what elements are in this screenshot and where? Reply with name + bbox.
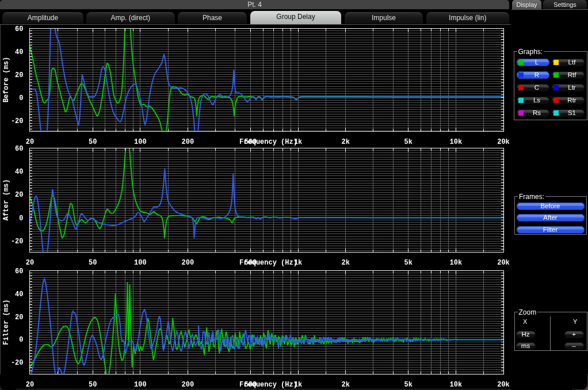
svg-text:200: 200 [181,381,194,389]
svg-text:0: 0 [19,94,23,102]
svg-text:60: 60 [15,25,23,33]
svg-text:100: 100 [134,381,147,389]
svg-text:50: 50 [89,381,97,389]
svg-text:20k: 20k [497,259,510,267]
svg-text:60: 60 [15,267,23,276]
svg-text:10k: 10k [450,259,463,267]
svg-text:2k: 2k [341,381,349,389]
svg-text:5k: 5k [404,138,413,146]
svg-text:20: 20 [26,381,34,389]
svg-text:5k: 5k [404,259,413,267]
svg-text:Frequency (Hz): Frequency (Hz) [239,381,297,389]
svg-text:100: 100 [134,259,147,267]
svg-text:20: 20 [15,313,23,322]
svg-text:10k: 10k [450,381,463,389]
svg-text:200: 200 [181,138,194,146]
svg-text:2k: 2k [341,138,349,146]
svg-text:20: 20 [26,259,34,267]
svg-text:50: 50 [89,138,97,146]
svg-text:20k: 20k [497,381,510,389]
svg-text:Frequency (Hz): Frequency (Hz) [239,138,297,146]
svg-text:20: 20 [15,191,23,199]
svg-text:Before (ms): Before (ms) [2,57,10,102]
svg-text:0: 0 [19,336,23,344]
svg-text:Frequency (Hz): Frequency (Hz) [239,259,297,267]
svg-text:200: 200 [181,259,194,267]
svg-text:20k: 20k [497,138,510,146]
svg-text:0: 0 [19,215,23,223]
svg-text:40: 40 [15,168,23,176]
svg-text:40: 40 [15,290,23,299]
svg-text:60: 60 [15,145,23,153]
svg-text:After (ms): After (ms) [2,179,10,220]
svg-text:2k: 2k [341,259,349,267]
svg-text:-20: -20 [11,359,24,367]
svg-text:-20: -20 [11,238,24,246]
svg-text:20: 20 [15,71,23,79]
svg-text:-20: -20 [11,117,24,125]
svg-text:100: 100 [134,138,147,146]
svg-text:20: 20 [26,138,34,146]
svg-text:Filter (ms): Filter (ms) [2,300,10,345]
svg-text:50: 50 [89,259,97,267]
svg-text:5k: 5k [404,381,413,389]
svg-text:10k: 10k [450,138,463,146]
svg-text:40: 40 [15,48,23,56]
